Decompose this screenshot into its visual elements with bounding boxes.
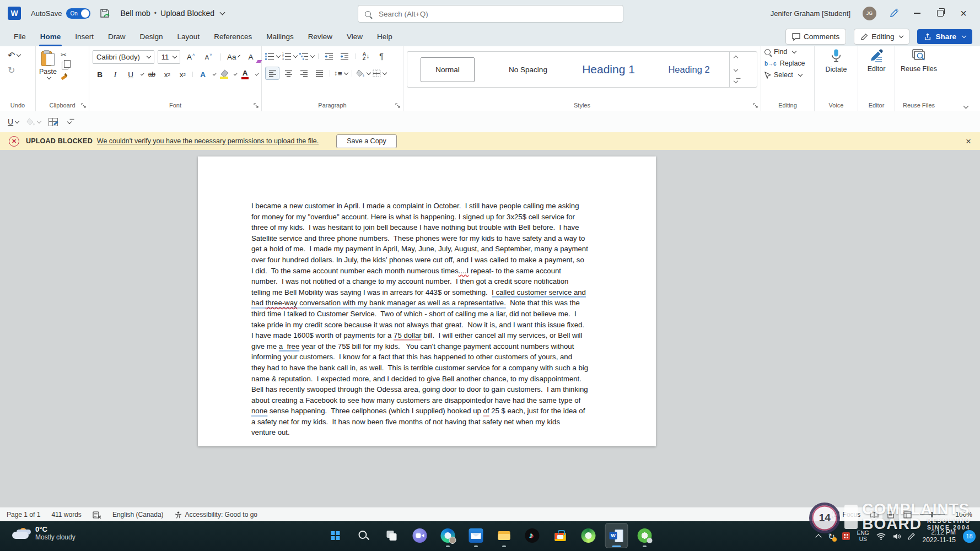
weather-widget[interactable]: 0°C Mostly cloudy <box>12 525 76 541</box>
style-no-spacing[interactable]: No Spacing <box>488 52 568 87</box>
style-normal[interactable]: Normal <box>407 52 488 87</box>
tab-design[interactable]: Design <box>133 26 170 46</box>
tab-draw[interactable]: Draw <box>101 26 133 46</box>
taskbar-edge-beta[interactable] <box>577 523 600 548</box>
editor-button[interactable]: Editor <box>858 46 895 99</box>
document-page[interactable]: I became a new customer in April. I made… <box>198 156 656 446</box>
styles-more-button[interactable] <box>730 75 742 87</box>
volume-icon[interactable] <box>893 533 901 540</box>
text-effects-button[interactable]: A <box>196 68 210 80</box>
paragraph-dialog-launcher[interactable] <box>395 103 401 109</box>
change-case-button[interactable]: Aa <box>226 51 240 63</box>
taskbar-chat[interactable] <box>408 523 432 548</box>
document-line[interactable]: informing your customers. I know for a f… <box>251 352 588 363</box>
document-line[interactable]: third time I talked to Customer Service.… <box>251 309 588 320</box>
qat-underline-button[interactable]: U <box>8 117 19 126</box>
numbering-button[interactable]: 123 <box>282 50 297 62</box>
collapse-ribbon-chevron[interactable] <box>963 104 969 109</box>
document-line[interactable]: a safety net for my kids. It has now bee… <box>251 417 588 428</box>
dictate-button[interactable]: Dictate <box>815 46 858 99</box>
undo-button[interactable]: ↶ <box>8 50 20 61</box>
close-button[interactable]: × <box>958 8 969 19</box>
italic-button[interactable]: I <box>108 68 122 80</box>
cut-button[interactable]: ✂ <box>61 51 68 58</box>
taskbar-tiktok[interactable] <box>521 523 544 548</box>
banner-close-icon[interactable]: × <box>966 137 971 146</box>
ink-editor-icon[interactable] <box>889 8 900 19</box>
taskbar-edge[interactable] <box>437 523 460 548</box>
banner-message-link[interactable]: We couldn't verify you have the necessar… <box>97 137 319 145</box>
select-button[interactable]: Select <box>764 71 811 79</box>
paste-button[interactable]: Paste <box>39 50 57 99</box>
document-line[interactable]: about creating a Facebook to see how man… <box>251 395 588 406</box>
document-line[interactable]: for money for my "overdue" account. Here… <box>251 212 588 223</box>
accessibility-status[interactable]: Accessibility: Good to go <box>169 507 263 522</box>
tab-references[interactable]: References <box>207 26 259 46</box>
tab-help[interactable]: Help <box>370 26 400 46</box>
share-button[interactable]: Share <box>917 29 972 44</box>
qat-shading-button[interactable] <box>26 118 41 126</box>
taskbar-store[interactable] <box>549 523 572 548</box>
tab-insert[interactable]: Insert <box>68 26 101 46</box>
taskbar-file-explorer[interactable] <box>493 523 516 548</box>
taskbar-task-view[interactable] <box>380 523 403 548</box>
document-line[interactable]: Satellite service and three phone number… <box>251 233 588 244</box>
read-mode-button[interactable] <box>866 509 882 521</box>
document-line[interactable]: they had to have the bank call in, as we… <box>251 363 588 374</box>
tab-layout[interactable]: Layout <box>170 26 207 46</box>
document-line[interactable]: over four hundred dollars. In July, the … <box>251 255 588 266</box>
styles-scroll-up[interactable] <box>730 52 742 63</box>
superscript-button[interactable]: x2 <box>175 68 190 80</box>
zoom-slider[interactable] <box>920 514 945 515</box>
save-a-copy-button[interactable]: Save a Copy <box>336 134 397 148</box>
font-name-select[interactable]: Calibri (Body) <box>93 50 154 64</box>
font-color-button[interactable]: A <box>238 68 252 80</box>
taskbar-word[interactable] <box>605 523 628 548</box>
restore-button[interactable] <box>935 8 946 19</box>
document-line[interactable]: venture out. <box>251 427 588 438</box>
page-indicator[interactable]: Page 1 of 1 <box>0 507 46 522</box>
document-line[interactable]: get a hold of me. I made my payment in A… <box>251 244 588 255</box>
line-spacing-button[interactable]: ↕≡ <box>334 67 348 79</box>
styles-dialog-launcher[interactable] <box>753 103 758 109</box>
document-line[interactable]: give me a free year of the 75$ bill for … <box>251 341 588 352</box>
document-line[interactable]: none sense happening. Three cellphones (… <box>251 406 588 417</box>
borders-button[interactable] <box>373 67 386 79</box>
sort-button[interactable]: AZ↓ <box>359 50 373 62</box>
qat-draw-table-button[interactable] <box>49 118 58 126</box>
document-line[interactable]: Bell has recently swooped through the Od… <box>251 384 588 395</box>
align-right-button[interactable] <box>297 67 310 79</box>
tab-view[interactable]: View <box>340 26 370 46</box>
justify-button[interactable] <box>313 67 326 79</box>
format-painter-button[interactable] <box>61 73 67 79</box>
redo-button[interactable]: ↻ <box>8 65 15 75</box>
document-line[interactable]: I became a new customer in April. I made… <box>251 201 588 212</box>
taskbar-mail[interactable] <box>465 523 488 548</box>
document-line[interactable]: three of my kids. I was hesitant to join… <box>251 222 588 233</box>
document-line[interactable]: take pride in my credit score because it… <box>251 320 588 331</box>
word-logo-icon[interactable]: W <box>8 7 21 20</box>
highlight-button[interactable] <box>217 68 231 80</box>
document-line[interactable]: had three-way conversation with my bank … <box>251 298 588 309</box>
style-heading-2[interactable]: Heading 2 <box>649 52 729 87</box>
shading-button[interactable] <box>356 67 370 79</box>
search-box[interactable] <box>358 5 623 23</box>
document-line[interactable]: number. I was not notified of a change t… <box>251 276 588 287</box>
subscript-button[interactable]: x2 <box>160 68 174 80</box>
document-line[interactable]: I did. To the same account number each m… <box>251 266 588 277</box>
minimize-button[interactable] <box>912 8 923 19</box>
editing-mode-button[interactable]: Editing <box>854 29 909 45</box>
shrink-font-button[interactable]: A˅ <box>201 51 216 63</box>
bullets-button[interactable] <box>265 50 280 62</box>
underline-button[interactable]: U <box>123 68 138 80</box>
focus-mode-button[interactable]: Focus <box>826 507 866 522</box>
document-line[interactable]: name & reputation. I expected more, and … <box>251 374 588 385</box>
font-size-select[interactable]: 11 <box>158 50 181 64</box>
pen-tray-icon[interactable] <box>908 533 916 540</box>
notification-badge[interactable]: 18 <box>963 530 976 543</box>
proofing-errors-icon[interactable] <box>87 507 107 522</box>
user-name[interactable]: Jenifer Graham [Student] <box>771 9 850 18</box>
zoom-slider-handle[interactable] <box>931 512 933 517</box>
styles-scroll-down[interactable] <box>730 63 742 75</box>
search-input[interactable] <box>378 9 600 19</box>
